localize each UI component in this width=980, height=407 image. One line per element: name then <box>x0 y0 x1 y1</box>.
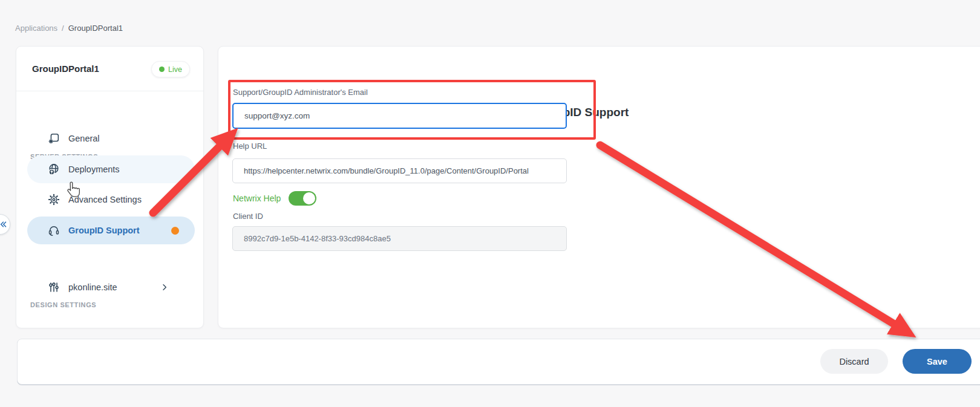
help-url-label: Help URL <box>233 142 267 151</box>
sidebar-item-general[interactable]: General <box>27 125 195 152</box>
sidebar-item-label: Deployments <box>68 164 120 174</box>
sidebar-item-deployments[interactable]: Deployments <box>27 155 195 183</box>
sidebar-item-label: GroupID Support <box>68 226 140 235</box>
toggle-knob <box>303 192 315 204</box>
status-badge-label: Live <box>168 65 182 74</box>
sidebar-item-groupid-support[interactable]: GroupID Support <box>27 217 195 244</box>
netwrix-help-toggle[interactable] <box>289 191 316 206</box>
save-button[interactable]: Save <box>903 349 972 374</box>
chevron-right-icon <box>160 282 169 292</box>
sidebar-item-label: General <box>68 134 100 143</box>
unsaved-changes-dot <box>171 227 179 235</box>
help-url-input[interactable] <box>232 158 567 183</box>
sidebar-collapse-button[interactable] <box>0 214 10 235</box>
sidebar-panel: GroupIDPortal1 Live SERVER SETTINGS <box>16 46 204 328</box>
sidebar-item-label: Advanced Settings <box>68 195 142 204</box>
footer-action-bar: Discard Save <box>17 339 980 385</box>
sidebar-header: GroupIDPortal1 Live <box>16 47 203 91</box>
discard-button[interactable]: Discard <box>820 349 888 374</box>
support-email-input[interactable] <box>232 103 567 129</box>
page: Applications / GroupIDPortal1 GroupIDPor… <box>0 0 980 407</box>
email-field-label: Support/GroupID Administrator's Email <box>233 88 368 97</box>
application-name: GroupIDPortal1 <box>32 63 99 74</box>
status-badge: Live <box>151 61 190 77</box>
netwrix-help-row: Netwrix Help <box>233 191 316 206</box>
globe-deploy-icon <box>47 163 60 176</box>
app-general-icon <box>47 132 60 145</box>
breadcrumb-current: GroupIDPortal1 <box>68 24 123 33</box>
sidebar-item-pkonline-site[interactable]: pkonline.site <box>27 273 195 301</box>
section-label-design-settings: DESIGN SETTINGS <box>30 301 96 308</box>
sliders-icon <box>47 281 60 294</box>
live-dot-icon <box>159 67 165 72</box>
sidebar-item-advanced-settings[interactable]: Advanced Settings <box>27 186 195 213</box>
double-chevron-left-icon <box>0 219 8 230</box>
gear-icon <box>47 193 60 206</box>
headset-icon <box>47 224 60 237</box>
client-id-input <box>232 226 567 251</box>
breadcrumb-separator: / <box>62 24 64 33</box>
netwrix-help-label: Netwrix Help <box>233 194 281 203</box>
client-id-label: Client ID <box>233 212 263 221</box>
breadcrumb-applications[interactable]: Applications <box>15 24 57 33</box>
sidebar-item-label: pkonline.site <box>68 282 117 292</box>
breadcrumb: Applications / GroupIDPortal1 <box>15 24 123 33</box>
